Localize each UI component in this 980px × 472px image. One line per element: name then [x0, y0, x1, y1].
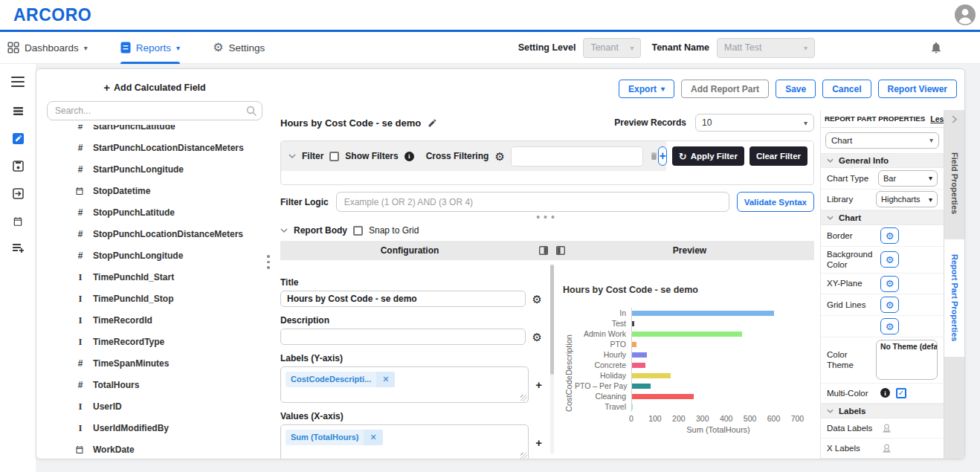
show-filters-checkbox[interactable] — [329, 152, 339, 161]
info-icon[interactable]: i — [880, 388, 890, 398]
labels-y-chip[interactable]: CostCodeDescripti... ✕ — [286, 372, 395, 387]
filter-logic-input[interactable] — [336, 192, 729, 212]
chevron-down-icon[interactable] — [288, 154, 296, 158]
scrollbar-thumb[interactable] — [550, 265, 554, 375]
xy-plane-settings-button[interactable]: ⚙ — [880, 276, 899, 292]
apply-filter-button[interactable]: ↻ Apply Filter — [672, 146, 744, 166]
add-filter-button[interactable]: + — [658, 146, 666, 166]
nav-dashboards[interactable]: Dashboards ▾ — [7, 32, 88, 64]
labels-y-axis-box[interactable]: CostCodeDescripti... ✕ — [280, 366, 529, 403]
cancel-button[interactable]: Cancel — [822, 80, 871, 98]
chart-section-header[interactable]: Chart — [821, 210, 944, 225]
expand-left-panel-icon[interactable] — [556, 246, 565, 255]
chart-bar[interactable] — [632, 311, 774, 316]
nav-reports[interactable]: Reports ▾ — [120, 32, 180, 64]
save-button[interactable]: Save — [776, 80, 816, 98]
trash-icon[interactable] — [649, 151, 659, 161]
field-list-item[interactable]: WorkDate — [75, 439, 273, 459]
field-list-item[interactable]: #StartPunchLatitude — [75, 125, 273, 137]
labels-section-header[interactable]: Labels — [821, 404, 944, 418]
collapse-panel-chevron-icon[interactable] — [944, 110, 964, 128]
preview-records-select[interactable]: 10 ▾ — [695, 114, 814, 132]
edit-title-pencil-icon[interactable] — [428, 118, 437, 128]
add-label-button[interactable]: + — [535, 378, 542, 391]
chevron-down-icon[interactable] — [280, 228, 288, 233]
hamburger-menu-icon[interactable] — [0, 71, 36, 93]
field-list-item[interactable]: #TotalHours — [75, 374, 273, 395]
report-list-icon[interactable] — [0, 97, 36, 125]
add-value-button[interactable]: + — [535, 436, 542, 449]
field-list-item[interactable]: #StopPunchLocationDistanceMeters — [75, 223, 273, 245]
user-avatar[interactable] — [954, 4, 976, 26]
chart-bar[interactable] — [632, 384, 651, 389]
tenant-name-select[interactable]: Matt Test ▾ — [717, 38, 815, 58]
clear-filter-button[interactable]: Clear Filter — [749, 146, 807, 166]
multi-color-checkbox[interactable]: ✓ — [896, 388, 906, 398]
gear-icon[interactable]: ⚙ — [494, 151, 504, 162]
export-button[interactable]: Export ▾ — [619, 80, 674, 98]
add-report-part-button[interactable]: Add Report Part — [681, 80, 769, 98]
chart-description-input[interactable] — [280, 329, 526, 345]
setting-level-select[interactable]: Tenant ▾ — [583, 38, 641, 58]
field-list[interactable]: #StartPunchLatitude#StartPunchLocationDi… — [36, 125, 273, 459]
chart-bar[interactable] — [632, 363, 645, 368]
color-theme-listbox[interactable]: No Theme (defa... — [876, 340, 938, 380]
field-list-item[interactable]: ITimeRecordId — [75, 309, 273, 331]
extra-settings-button[interactable]: ⚙ — [880, 318, 899, 334]
info-icon[interactable]: i — [404, 152, 414, 161]
chart-bar[interactable] — [632, 332, 742, 337]
report-viewer-button[interactable]: Report Viewer — [878, 80, 957, 98]
chart-bar[interactable] — [632, 321, 634, 326]
bell-icon[interactable] — [929, 40, 943, 55]
field-list-item[interactable]: #StartPunchLocationDistanceMeters — [75, 137, 273, 158]
field-list-item[interactable]: ITimePunchId_Start — [75, 266, 273, 288]
format-stamp-icon[interactable] — [882, 424, 892, 433]
field-list-item[interactable]: StopDatetime — [75, 180, 273, 201]
field-list-item[interactable]: IUserID — [75, 395, 273, 417]
chart-title-input[interactable] — [280, 291, 526, 307]
border-settings-button[interactable]: ⚙ — [880, 227, 899, 244]
tab-field-properties[interactable]: Field Properties — [944, 128, 964, 239]
grid-lines-settings-button[interactable]: ⚙ — [880, 297, 899, 313]
chart-type-select[interactable]: Bar ▾ — [878, 170, 938, 187]
field-list-item[interactable]: IUserIdModifiedBy — [75, 417, 273, 439]
field-list-item[interactable]: #StartPunchLongitude — [75, 158, 273, 180]
filter-resize-handle[interactable]: ••• — [280, 214, 814, 221]
remove-chip-icon[interactable]: ✕ — [376, 372, 395, 387]
snap-to-grid-checkbox[interactable] — [353, 226, 363, 236]
background-color-settings-button[interactable]: ⚙ — [880, 251, 899, 268]
field-list-item[interactable]: #StopPunchLatitude — [75, 201, 273, 223]
validate-syntax-button[interactable]: Validate Syntax — [737, 192, 814, 212]
expand-right-panel-icon[interactable] — [539, 246, 548, 255]
arcoro-logo[interactable]: ARCORO — [13, 5, 91, 25]
field-list-item[interactable]: #StopPunchLongitude — [75, 245, 273, 266]
values-x-chip[interactable]: Sum (TotalHours) ✕ — [286, 430, 383, 445]
format-stamp-icon[interactable] — [882, 444, 892, 453]
edit-report-icon[interactable] — [0, 125, 36, 152]
filter-expression-input[interactable] — [511, 146, 643, 167]
field-list-item[interactable]: #TimeSpanMinutes — [75, 352, 273, 374]
field-list-item[interactable]: ITimeRecordType — [75, 331, 273, 352]
tab-report-part-properties[interactable]: Report Part Properties — [944, 239, 964, 357]
library-select[interactable]: Highcharts ▾ — [876, 191, 938, 207]
gear-icon[interactable]: ⚙ — [532, 294, 542, 305]
gear-icon[interactable]: ⚙ — [532, 332, 542, 343]
chart-bar[interactable] — [632, 394, 694, 399]
add-calculated-field-button[interactable]: + Add Calculated Field — [36, 81, 273, 94]
chart-bar[interactable] — [632, 342, 636, 347]
chart-bar[interactable] — [632, 373, 671, 378]
chart-bar[interactable] — [632, 352, 647, 358]
general-info-section-header[interactable]: General Info — [821, 153, 944, 168]
chart-bar[interactable] — [632, 404, 633, 410]
panel-resize-handle[interactable] — [267, 255, 270, 269]
values-x-axis-box[interactable]: Sum (TotalHours) ✕ — [280, 424, 529, 459]
playlist-add-icon[interactable] — [0, 235, 36, 262]
save-report-icon[interactable] — [0, 152, 36, 180]
export-report-icon[interactable] — [0, 180, 36, 207]
field-search-input[interactable] — [47, 101, 262, 120]
report-part-type-select[interactable]: Chart ▾ — [825, 132, 939, 149]
field-list-item[interactable]: ITimePunchId_Stop — [75, 288, 273, 309]
calendar-icon[interactable] — [0, 207, 36, 235]
remove-chip-icon[interactable]: ✕ — [364, 430, 382, 445]
configuration-scrollbar[interactable] — [550, 265, 554, 454]
